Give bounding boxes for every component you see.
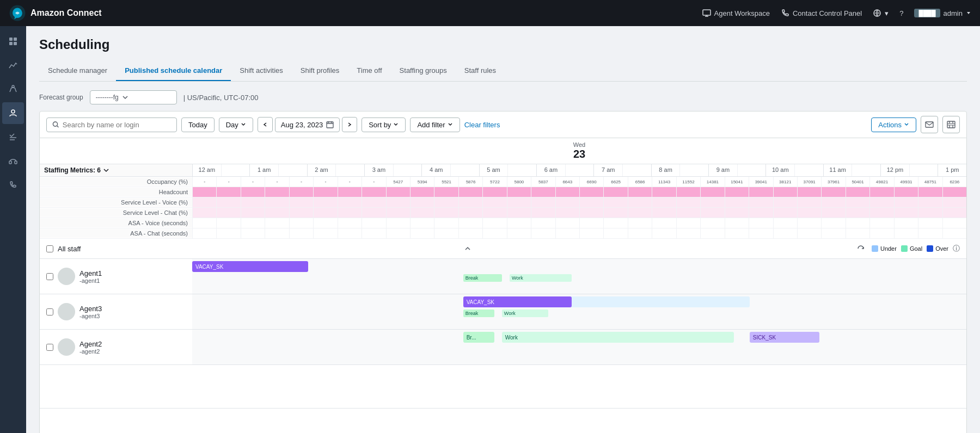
headcount-label: Headcount: [40, 188, 192, 196]
agent3-info: Agent3 -agent3: [40, 299, 192, 325]
prev-date-button[interactable]: [258, 117, 273, 132]
email-icon-button[interactable]: [921, 116, 938, 133]
timeslot-6am: 6 am: [536, 164, 565, 176]
chevron-down-icon: [904, 122, 909, 127]
calendar-view-button[interactable]: [942, 116, 960, 133]
globe-icon[interactable]: ▾: [873, 9, 889, 17]
time-slots-header: 12 am 1 am 2 am 3 am 4 am 5 am 6 am 7 am…: [192, 164, 966, 176]
date-navigation: Aug 23, 2023: [258, 117, 357, 132]
chevron-down-icon: [966, 10, 971, 16]
sidebar-phone2-icon[interactable]: [2, 174, 24, 196]
tab-staffing-groups[interactable]: Staffing groups: [391, 61, 456, 81]
timeslot-empty10: [737, 164, 766, 176]
svg-rect-14: [15, 161, 17, 164]
agent3-work-sub-block[interactable]: Work: [502, 310, 548, 317]
timeslot-empty11: [794, 164, 823, 176]
svg-rect-4: [14, 38, 17, 41]
actions-button[interactable]: Actions: [871, 117, 916, 132]
agent1-work-block[interactable]: Work: [510, 274, 572, 282]
search-box[interactable]: [46, 117, 177, 132]
tab-schedule-manager[interactable]: Schedule manager: [39, 61, 116, 81]
occupancy-row: Occupancy (%) - - - - - - - - 5427 5394 …: [40, 177, 966, 187]
staffing-metrics-label: Staffing Metrics: 6: [44, 166, 101, 174]
occupancy-label: Occupancy (%): [40, 177, 192, 186]
info-icon[interactable]: ⓘ: [953, 244, 960, 253]
tab-time-off[interactable]: Time off: [348, 61, 390, 81]
timeslot-1am: 1 am: [249, 164, 278, 176]
select-all-checkbox[interactable]: [46, 245, 53, 252]
sidebar-analytics-icon[interactable]: [2, 54, 24, 76]
sidebar-routing-icon[interactable]: [2, 78, 24, 100]
asa-chat-label: ASA - Chat (seconds): [40, 229, 192, 238]
agent2-info: Agent2 -agent2: [40, 334, 192, 360]
search-input[interactable]: [63, 121, 171, 129]
add-filter-button[interactable]: Add filter: [410, 117, 460, 132]
day-view-button[interactable]: Day: [219, 117, 253, 132]
email-icon: [925, 120, 934, 129]
agent1-break-block[interactable]: Break: [463, 274, 502, 282]
agent-row: Agent1 -agent1 VACAY_SK Break Work: [40, 259, 966, 294]
agent2-break-block[interactable]: Br...: [463, 332, 494, 343]
contact-control-panel-link[interactable]: Contact Control Panel: [781, 9, 862, 17]
agent1-schedule: VACAY_SK Break Work: [192, 259, 966, 294]
timeslot-empty12: [852, 164, 880, 176]
search-icon: [52, 121, 59, 128]
sidebar-headset-icon[interactable]: [2, 150, 24, 172]
logo-icon: [9, 4, 26, 22]
staffing-metrics-header: Staffing Metrics: 6: [40, 164, 192, 176]
admin-menu[interactable]: ████ admin: [914, 9, 971, 17]
timeslot-8am: 8 am: [651, 164, 680, 176]
agent3-break-block[interactable]: Break: [463, 310, 494, 317]
sidebar-users-icon[interactable]: [2, 102, 24, 124]
agent1-avatar: [58, 268, 75, 285]
svg-point-10: [11, 110, 15, 113]
tab-shift-activities[interactable]: Shift activities: [231, 61, 291, 81]
today-button[interactable]: Today: [181, 117, 215, 132]
date-display[interactable]: Aug 23, 2023: [275, 117, 340, 132]
asa-chat-row: ASA - Chat (seconds): [40, 228, 966, 239]
timeslot-empty3: [335, 164, 364, 176]
sort-by-button[interactable]: Sort by: [362, 117, 406, 132]
agent3-name: Agent3: [79, 305, 102, 313]
app-logo[interactable]: Amazon Connect: [9, 4, 102, 22]
forecast-group-select[interactable]: --------fg: [90, 90, 177, 104]
agent2-sick-block[interactable]: SICK_SK: [750, 332, 819, 343]
svg-point-15: [53, 122, 57, 126]
next-date-button[interactable]: [342, 117, 357, 132]
agent3-checkbox[interactable]: [46, 308, 53, 316]
agent1-vacay-block[interactable]: VACAY_SK: [192, 261, 308, 272]
timeslot-2am: 2 am: [307, 164, 336, 176]
chevron-down-icon: [103, 167, 109, 174]
empty-row-1: [40, 365, 966, 409]
chevron-down-icon: [448, 122, 453, 127]
agent2-checkbox[interactable]: [46, 344, 53, 351]
agent3-vacay-block[interactable]: VACAY_SK: [463, 296, 572, 307]
clear-filters-button[interactable]: Clear filters: [464, 121, 500, 129]
agent2-login: -agent2: [79, 348, 102, 355]
agent1-checkbox[interactable]: [46, 273, 53, 280]
asa-voice-values: [192, 218, 966, 228]
legend-area: Under Goal Over ⓘ: [854, 242, 960, 255]
asa-voice-label: ASA - Voice (seconds): [40, 219, 192, 227]
agent3-login: -agent3: [79, 313, 102, 319]
refresh-button[interactable]: [854, 242, 867, 255]
tab-published-schedule-calendar[interactable]: Published schedule calendar: [116, 61, 231, 81]
sidebar-home-icon[interactable]: [2, 30, 24, 52]
headcount-row: Headcount: [40, 187, 966, 197]
sidebar-tasks-icon[interactable]: [2, 126, 24, 148]
empty-row-2: [40, 409, 966, 433]
collapse-button[interactable]: [81, 244, 854, 253]
timeslot-empty4: [393, 164, 422, 176]
agent3-row: Agent3 -agent3 Work VACAY_SK Break Work: [40, 294, 966, 330]
agent2-work-block[interactable]: Work: [502, 332, 734, 343]
phone-icon: [781, 9, 789, 17]
agent3-avatar: [58, 303, 75, 320]
admin-badge: ████: [914, 9, 940, 17]
timeslot-9am: 9 am: [708, 164, 737, 176]
help-icon[interactable]: ?: [899, 9, 903, 17]
tab-shift-profiles[interactable]: Shift profiles: [292, 61, 348, 81]
tab-staff-rules[interactable]: Staff rules: [456, 61, 505, 81]
tab-navigation: Schedule manager Published schedule cale…: [39, 61, 967, 82]
agent-workspace-link[interactable]: Agent Workspace: [702, 9, 770, 17]
day-label: Wed: [195, 141, 963, 148]
